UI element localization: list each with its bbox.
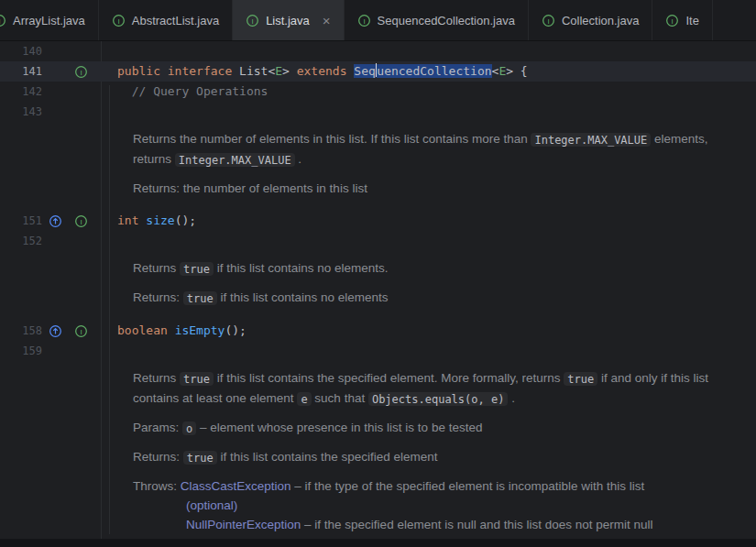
code-line: 152 [0,231,756,251]
doc-code-chip: Objects.equals(o, e) [368,392,509,406]
code-text[interactable] [101,102,117,122]
doc-link[interactable]: (optional) [186,498,237,512]
doc-text: if this list contains no elements. [214,261,389,275]
code-segment: (); [175,213,196,227]
tab-abstractlist-java[interactable]: IAbstractList.java [99,0,233,40]
implementations-icon[interactable]: I [68,214,93,228]
line-number[interactable]: 140 [0,41,42,61]
code-text[interactable] [101,41,117,61]
doc-text: Returns [133,371,180,385]
tab-label: ArrayList.java [13,14,85,27]
code-text[interactable] [101,231,117,251]
doc-link[interactable]: ClassCastException [181,479,291,493]
doc-section-label: Returns: [133,181,183,195]
gutter: 140 [0,41,101,61]
svg-text:I: I [117,16,119,25]
svg-text:I: I [80,327,82,335]
doc-text: the number of elements in this list [183,181,367,195]
line-number[interactable]: 158 [0,321,42,341]
interface-icon: I [246,14,259,27]
code-text[interactable]: // Query Operations [101,82,268,102]
doc-text: Returns [133,261,180,275]
doc-text: Returns the number of elements in this l… [133,132,531,146]
tab-collection-java[interactable]: ICollection.java [529,0,653,40]
doc-line: Returns: the number of elements in this … [133,179,719,198]
code-line: 159 [0,341,756,361]
bottom-strip [0,539,756,547]
doc-text: . [295,152,302,166]
overridden-icon[interactable] [42,214,68,228]
tab-label: List.java [266,14,310,27]
code-text[interactable] [101,341,117,361]
tab-ite[interactable]: IIte [652,0,712,40]
code-segment: interface [168,64,239,78]
svg-text:I: I [80,68,82,76]
doc-line: Returns true if this list contains the s… [133,368,719,409]
close-tab-icon[interactable]: × [323,14,331,27]
tab-label: AbstractList.java [132,14,219,27]
interface-icon: I [357,14,371,27]
code-text[interactable]: public interface List<E> extends Sequenc… [101,61,528,82]
doc-section-label: Throws: [133,479,181,493]
doc-line: Returns the number of elements in this l… [133,129,719,170]
doc-code-chip: e [297,392,311,406]
code-text[interactable]: boolean isEmpty(); [101,321,247,341]
line-number[interactable]: 152 [0,231,42,251]
doc-code-chip: Integer.MAX_VALUE [531,133,651,147]
indent-guide [109,85,110,534]
svg-text:I: I [252,16,254,25]
doc-line: NullPointerException – if the specified … [133,515,719,534]
svg-text:I: I [547,16,549,25]
code-line: 143 [0,102,756,122]
code-segment: extends [297,64,355,78]
code-line: 140 [0,41,756,61]
doc-line: Returns: true if this list contains no e… [133,288,719,308]
doc-code-chip: Integer.MAX_VALUE [175,153,295,167]
code-segment: List [239,64,268,78]
code-segment: boolean [117,323,175,337]
doc-code-chip: true [183,451,217,465]
code-line: 142 // Query Operations [0,82,756,102]
svg-text:I: I [363,16,365,25]
line-number[interactable]: 142 [0,82,42,102]
tab-sequencedcollection-java[interactable]: ISequencedCollection.java [345,0,529,40]
implementations-icon[interactable]: I [68,324,93,338]
gutter: 152 [0,231,101,251]
doc-link[interactable]: NullPointerException [186,518,301,531]
tab-label: SequencedCollection.java [378,14,515,27]
doc-text: – element whose presence in this list is… [196,421,482,434]
javadoc-rendered: Returns true if this list contains no el… [133,251,719,321]
code-segment: public [117,64,168,78]
svg-text:I: I [672,16,674,25]
line-number[interactable]: 159 [0,341,42,361]
svg-text:I: I [0,16,1,25]
overridden-icon[interactable] [42,324,68,338]
doc-section-label: Returns: [133,450,183,464]
tab-list-java[interactable]: IList.java× [233,0,344,40]
tab-bar: IArrayList.javaIAbstractList.javaIList.j… [0,0,756,41]
code-segment: size [146,213,174,227]
doc-code-chip: true [564,372,597,386]
code-text[interactable]: int size(); [101,211,196,231]
code-segment: Seq [354,64,375,78]
doc-text: if this list contains no elements [217,290,389,304]
doc-line: Params: o – element whose presence in th… [133,418,719,438]
line-number[interactable]: 141 [0,61,42,82]
tab-arraylist-java[interactable]: IArrayList.java [0,0,99,40]
doc-code-chip: true [183,291,217,305]
doc-text: – if the type of the specified element i… [291,479,645,493]
doc-text: if this list contains the specified elem… [217,450,438,464]
code-segment: int [117,213,146,227]
line-number[interactable]: 143 [0,102,42,122]
doc-text: . [508,391,515,405]
implementations-icon[interactable]: I [68,65,93,79]
gutter: 141I [0,61,101,82]
code-segment: E [275,64,282,78]
code-segment: uencedCollection [377,64,491,78]
doc-code-chip: o [182,421,196,435]
line-number[interactable]: 151 [0,211,42,231]
editor[interactable]: 140141Ipublic interface List<E> extends … [0,41,756,547]
gutter: 158I [0,321,101,341]
doc-text: if this list contains the specified elem… [214,371,564,385]
gutter: 143 [0,102,101,122]
